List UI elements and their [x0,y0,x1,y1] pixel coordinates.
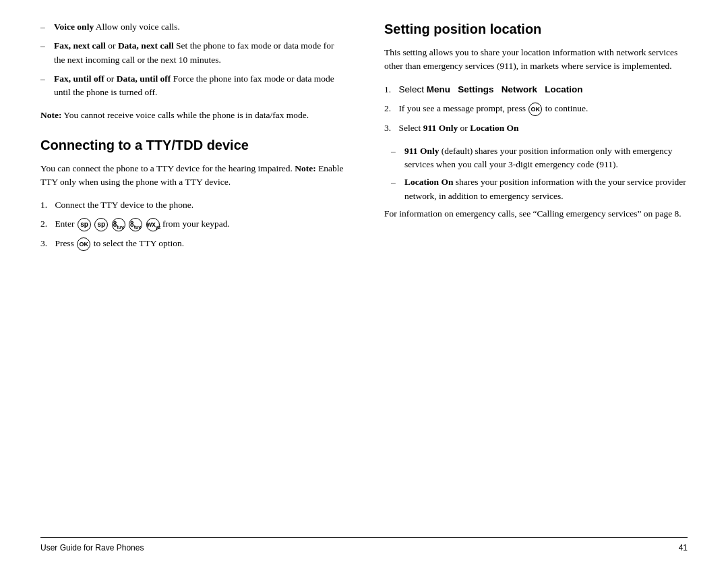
left-column: Voice only Allow only voice calls. Fax, … [40,20,351,530]
bullet-voice-label: Voice only Allow only voice calls. [54,22,180,32]
bullet-fax-until-label: Fax, until off or Data, until off Force … [54,74,334,97]
sub-bullet-location-on-text: Location On shares your position informa… [404,177,686,200]
position-step-2: 2. If you see a message prompt, press OK… [384,102,688,116]
tty-intro: You can connect the phone to a TTY devic… [40,162,344,190]
position-step-1: 1. Select Menu Settings Network Location [384,83,688,96]
page-footer: User Guide for Rave Phones 41 [40,537,688,553]
key-space1-icon: sp [78,218,91,231]
voice-fax-bullets: Voice only Allow only voice calls. Fax, … [40,20,344,99]
tty-step-1: 1. Connect the TTY device to the phone. [40,198,344,212]
position-heading: Setting position location [384,20,688,38]
tty-step-3-text: Press OK to select the TTY option. [53,238,184,248]
position-step-3-text: Select 911 Only or Location On [396,123,519,133]
tty-step-3: 3. Press OK to select the TTY option. [40,237,344,251]
tty-steps: 1. Connect the TTY device to the phone. … [40,198,344,251]
sub-bullet-911: 911 Only (default) shares your position … [391,144,688,172]
position-sub-bullets: 911 Only (default) shares your position … [391,144,688,203]
tty-step-1-text: Connect the TTY device to the phone. [53,200,193,210]
key-space2-icon: sp [94,218,108,231]
tty-heading: Connecting to a TTY/TDD device [40,136,344,154]
bullet-fax-next: Fax, next call or Data, next call Set th… [40,39,344,67]
sub-bullet-911-text: 911 Only (default) shares your position … [404,146,673,169]
position-step-2-text: If you see a message prompt, press OK to… [396,103,588,113]
key-wxy-icon: wxyz [146,218,160,231]
sub-bullet-location-on: Location On shares your position informa… [391,175,688,203]
bullet-voice: Voice only Allow only voice calls. [40,20,344,34]
position-steps: 1. Select Menu Settings Network Location… [384,83,688,135]
bullet-fax-until: Fax, until off or Data, until off Force … [40,72,344,100]
position-step-3: 3. Select 911 Only or Location On [384,121,688,135]
footer-left-text: User Guide for Rave Phones [40,543,144,553]
emergency-footer-note: For information on emergency calls, see … [384,207,688,221]
ok-icon-tty: OK [77,237,90,251]
content-area: Voice only Allow only voice calls. Fax, … [40,20,688,530]
note-fax-voice: Note: You cannot receive voice calls whi… [40,109,344,122]
tty-step-2-text: Enter sp sp 8tuv 8tuv wxyz from your key… [53,219,230,229]
ok-icon-prompt: OK [528,103,542,116]
key-8tuv2-icon: 8tuv [129,218,142,231]
page-container: Voice only Allow only voice calls. Fax, … [0,0,728,566]
footer-page-number: 41 [679,543,688,553]
position-intro: This setting allows you to share your lo… [384,46,688,74]
bullet-fax-next-label: Fax, next call or Data, next call Set th… [54,40,334,64]
key-8tuv1-icon: 8tuv [112,218,125,231]
right-column: Setting position location This setting a… [377,20,688,530]
tty-step-2: 2. Enter sp sp 8tuv 8tuv wxyz from your … [40,217,344,231]
position-step-1-text: Select Menu Settings Network Location [396,84,582,94]
